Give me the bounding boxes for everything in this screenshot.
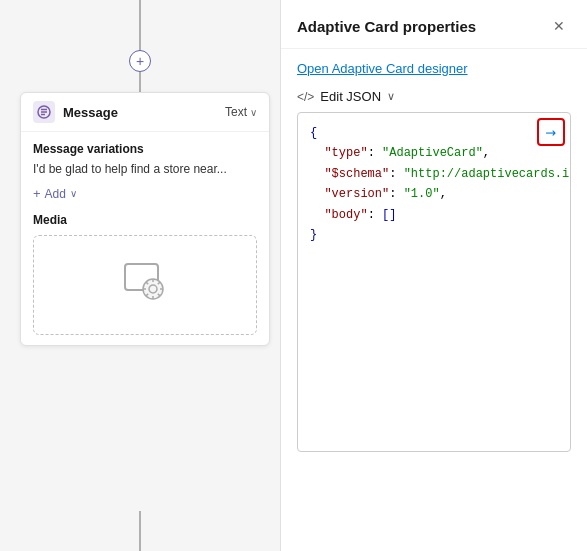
message-card-title: Message: [63, 105, 217, 120]
add-plus-icon: +: [33, 186, 41, 201]
add-variation-button[interactable]: + Add ∨: [33, 186, 257, 201]
panel-title: Adaptive Card properties: [297, 18, 476, 35]
media-label: Media: [33, 213, 257, 227]
edit-json-row: </> Edit JSON ∨: [281, 85, 587, 112]
edit-json-chevron[interactable]: ∨: [387, 90, 395, 103]
edit-json-label: Edit JSON: [320, 89, 381, 104]
canvas-area: + Message Text ∨ Message variations I'd …: [0, 0, 280, 551]
plus-icon: +: [136, 53, 144, 69]
json-line-4: "version": "1.0",: [310, 184, 558, 204]
json-editor-container: ↗ { "type": "AdaptiveCard", "$schema": "…: [297, 112, 571, 535]
connector-bottom: [139, 511, 141, 551]
edit-json-code-icon: </>: [297, 90, 314, 104]
close-icon: ✕: [553, 18, 565, 34]
json-display[interactable]: { "type": "AdaptiveCard", "$schema": "ht…: [297, 112, 571, 452]
add-step-button[interactable]: +: [129, 50, 151, 72]
message-card-header: Message Text ∨: [21, 93, 269, 132]
message-card-body: Message variations I'd be glad to help f…: [21, 132, 269, 345]
media-placeholder[interactable]: [33, 235, 257, 335]
message-card-icon: [33, 101, 55, 123]
json-line-3: "$schema": "http://adaptivecards.i: [310, 164, 558, 184]
connector-mid: [139, 72, 141, 92]
text-type-selector[interactable]: Text ∨: [225, 105, 257, 119]
panel-link-row: Open Adaptive Card designer: [281, 49, 587, 85]
properties-panel: Adaptive Card properties ✕ Open Adaptive…: [280, 0, 587, 551]
expand-editor-button[interactable]: ↗: [537, 118, 565, 146]
json-line-6: }: [310, 225, 558, 245]
open-designer-link[interactable]: Open Adaptive Card designer: [297, 61, 468, 76]
message-card: Message Text ∨ Message variations I'd be…: [20, 92, 270, 346]
variation-text: I'd be glad to help find a store near...: [33, 162, 257, 176]
expand-icon: ↗: [542, 123, 560, 141]
text-badge-label: Text: [225, 105, 247, 119]
variations-label: Message variations: [33, 142, 257, 156]
json-line-5: "body": []: [310, 205, 558, 225]
media-icon: [120, 256, 170, 315]
json-line-2: "type": "AdaptiveCard",: [310, 143, 558, 163]
panel-header: Adaptive Card properties ✕: [281, 0, 587, 49]
add-label: Add: [45, 187, 66, 201]
add-chevron: ∨: [70, 188, 77, 199]
json-line-1: {: [310, 123, 558, 143]
close-panel-button[interactable]: ✕: [547, 14, 571, 38]
text-badge-chevron: ∨: [250, 107, 257, 118]
